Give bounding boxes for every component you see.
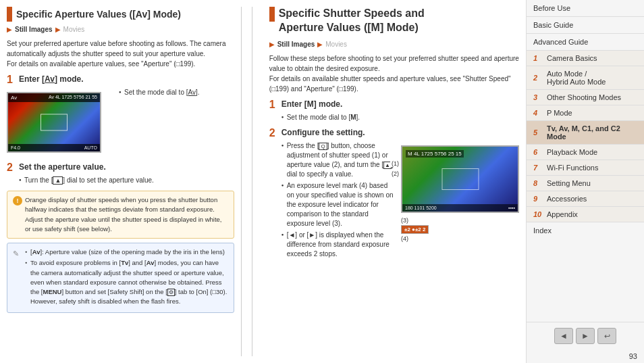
sidebar-chapter-7[interactable]: 7 Wi-Fi Functions <box>527 160 644 176</box>
chapter-7-label: Wi-Fi Functions <box>547 164 598 172</box>
right-panel: Specific Shutter Speeds and Aperture Val… <box>263 7 519 356</box>
panel-divider <box>252 7 252 356</box>
left-panel: Specific Aperture Values ([Av] Mode) ▶ S… <box>7 7 242 356</box>
left-media-type: ▶ Still Images ▶ Movies <box>7 26 234 33</box>
right-title-bar-icon <box>269 7 275 22</box>
chapter-7-num: 7 <box>533 164 544 172</box>
right-movies-arrow-icon: ▶ <box>317 41 323 48</box>
chapter-6-num: 6 <box>533 148 544 156</box>
sidebar-spacer <box>527 239 644 322</box>
left-info-note: ✎ [Av]: Aperture value (size of the open… <box>7 243 234 313</box>
right-title-text: Specific Shutter Speeds and Aperture Val… <box>279 7 425 35</box>
right-step2-content: Press the [Q] button, choose adjustment … <box>269 141 519 261</box>
callout-3-label: (3) <box>401 217 519 224</box>
chapter-6-label: Playback Mode <box>547 148 597 156</box>
left-step2: 2 Set the aperture value. Turn the [▲] d… <box>7 162 234 185</box>
chapter-8-num: 8 <box>533 179 544 187</box>
right-title-line1: Specific Shutter Speeds and <box>279 7 425 19</box>
sidebar-item-basic-guide[interactable]: Basic Guide <box>527 17 644 34</box>
right-still-label: Still Images <box>277 41 315 48</box>
left-intro-text: Set your preferred aperture value before… <box>7 39 234 69</box>
left-title-text: Specific Aperture Values ([Av] Mode) <box>16 9 181 20</box>
nav-prev-icon: ◄ <box>560 331 568 341</box>
left-step1-content: Av Av 4L 1725 5756 21 55 F4.0 AUTO Set t… <box>7 88 234 157</box>
right-still-arrow-icon: ▶ <box>269 41 275 48</box>
chapter-9-num: 9 <box>533 195 544 203</box>
chapter-3-label: Other Shooting Modes <box>547 93 621 101</box>
chapter-5-label: Tv, Av, M, C1, and C2 Mode <box>547 124 637 141</box>
right-step2-number: 2 <box>269 128 279 139</box>
camera-right-bottom-bar: 180 1101 5200 ▪▪▪▪ <box>402 204 518 212</box>
right-step2-bullet2: An exposure level mark (4) based on your… <box>281 181 394 228</box>
warning-text: Orange display of shutter speeds when yo… <box>25 196 222 233</box>
camera-auto: AUTO <box>84 145 97 150</box>
sidebar-chapter-9[interactable]: 9 Accessories <box>527 191 644 207</box>
camera-top-bar: Av Av 4L 1725 5756 21 55 <box>8 93 100 102</box>
camera-settings: Av 4L 1725 5756 21 55 <box>49 95 97 101</box>
right-step1: 1 Enter [M] mode. Set the mode dial to [… <box>269 99 519 122</box>
sidebar-advanced-guide-label: Advanced Guide <box>533 38 588 46</box>
still-label: Still Images <box>15 26 53 33</box>
nav-next-button[interactable]: ► <box>576 328 595 344</box>
sidebar-chapter-5[interactable]: 5 Tv, Av, M, C1, and C2 Mode <box>527 121 644 145</box>
nav-next-icon: ► <box>581 331 589 341</box>
sidebar-index[interactable]: Index <box>527 222 644 239</box>
sidebar-chapter-1[interactable]: 1 Camera Basics <box>527 51 644 66</box>
callout-area: (3) ±2 ●±2 2 (4) <box>401 217 519 242</box>
sidebar-item-advanced-guide[interactable]: Advanced Guide <box>527 34 644 51</box>
callout-4-label: (4) <box>401 235 519 242</box>
left-step1-bullet: Set the mode dial to [Av]. <box>119 88 200 97</box>
chapter-4-label: P Mode <box>547 109 572 117</box>
left-step1-title: Enter [Av] mode. <box>19 74 84 85</box>
nav-return-icon: ↩ <box>604 332 610 341</box>
nav-return-button[interactable]: ↩ <box>597 328 616 344</box>
sidebar-item-before-use[interactable]: Before Use <box>527 0 644 17</box>
info-note-bullet1: [Av]: Aperture value (size of the openin… <box>25 247 228 257</box>
left-step2-bullet: Turn the [▲] dial to set the aperture va… <box>19 176 234 185</box>
camera-aperture: F4.0 <box>11 145 20 150</box>
chapter-2-num: 2 <box>533 74 544 82</box>
left-step2-title: Set the aperture value. <box>19 162 106 173</box>
chapter-1-label: Camera Basics <box>547 54 597 62</box>
left-step2-header: 2 Set the aperture value. <box>7 162 234 173</box>
left-camera-image: Av Av 4L 1725 5756 21 55 F4.0 AUTO <box>7 92 101 153</box>
sidebar-nav: ◄ ► ↩ <box>527 322 644 349</box>
chapter-8-label: Setting Menu <box>547 179 591 187</box>
pencil-icon: ✎ <box>13 248 22 258</box>
chapter-10-num: 10 <box>533 210 544 218</box>
bottom-bar-right: ▪▪▪▪ <box>508 205 515 210</box>
chapter-1-num: 1 <box>533 54 544 62</box>
camera-focus-box <box>441 168 479 190</box>
left-step2-number: 2 <box>7 162 16 173</box>
left-step1: 1 Enter [Av] mode. Av Av 4L 1725 5756 21… <box>7 74 234 157</box>
chapter-2-label: Auto Mode /Hybrid Auto Mode <box>547 70 606 86</box>
indicator-box: ±2 ●±2 2 <box>401 225 429 234</box>
right-step1-header: 1 Enter [M] mode. <box>269 99 519 110</box>
sidebar-chapter-3[interactable]: 3 Other Shooting Modes <box>527 90 644 105</box>
chapter-9-label: Accessories <box>547 195 587 203</box>
warning-icon: ! <box>13 196 22 205</box>
right-step2-text: Press the [Q] button, choose adjustment … <box>269 141 394 261</box>
sidebar-chapter-10[interactable]: 10 Appendix <box>527 207 644 222</box>
sidebar-basic-guide-label: Basic Guide <box>533 21 573 29</box>
movies-label: Movies <box>63 26 85 33</box>
sidebar-chapter-4[interactable]: 4 P Mode <box>527 105 644 121</box>
callout-1: (1) <box>390 160 400 167</box>
indicator-row: ±2 ●±2 2 <box>401 225 519 234</box>
sidebar-chapter-8[interactable]: 8 Setting Menu <box>527 176 644 191</box>
sidebar-chapter-6[interactable]: 6 Playback Mode <box>527 145 644 160</box>
info-note-bullet2: To avoid exposure problems in [Tv] and [… <box>25 258 228 306</box>
right-step1-bullet: Set the mode dial to [M]. <box>281 113 519 122</box>
title-bar-icon <box>7 7 12 22</box>
left-step1-number: 1 <box>7 74 16 85</box>
chapter-4-num: 4 <box>533 109 544 117</box>
warning-note-content: Orange display of shutter speeds when yo… <box>25 195 228 234</box>
right-step2-bullet3: [◄] or [►] is displayed when the differe… <box>281 231 394 259</box>
sidebar-index-label: Index <box>533 226 552 235</box>
sidebar: Before Use Basic Guide Advanced Guide 1 … <box>526 0 644 363</box>
sidebar-chapter-2[interactable]: 2 Auto Mode /Hybrid Auto Mode <box>527 66 644 90</box>
m-mode-indicator: M 4L 1725 5756 25 15 <box>406 150 464 158</box>
camera-mode-av: Av <box>11 95 17 101</box>
nav-prev-button[interactable]: ◄ <box>554 328 573 344</box>
right-movies-label: Movies <box>325 41 347 48</box>
